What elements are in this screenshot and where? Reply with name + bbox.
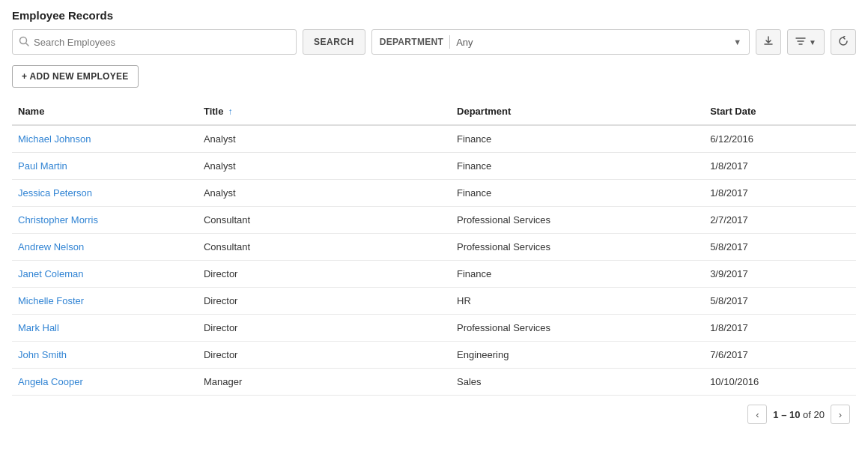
cell-department: Finance [451,180,704,207]
cell-start-date: 1/8/2017 [704,180,856,207]
search-input[interactable] [34,37,290,48]
cell-name: Angela Cooper [12,369,198,396]
table-row: Michelle FosterDirectorHR5/8/2017 [12,288,856,315]
cell-start-date: 6/12/2016 [704,125,856,153]
table-header-row: Name Title ↑ Department Start Date [12,98,856,125]
page-title: Employee Records [12,9,856,22]
title-header-label: Title [204,106,224,117]
cell-title: Director [198,261,451,288]
dept-separator [449,35,450,49]
cell-department: Finance [451,125,704,153]
cell-department: Finance [451,261,704,288]
cell-start-date: 7/6/2017 [704,342,856,369]
cell-start-date: 10/10/2016 [704,369,856,396]
table-row: Christopher MorrisConsultantProfessional… [12,207,856,234]
download-button[interactable] [756,29,781,55]
table-row: Janet ColemanDirectorFinance3/9/2017 [12,261,856,288]
col-header-title[interactable]: Title ↑ [198,98,451,125]
download-icon [763,36,774,49]
cell-name: Jessica Peterson [12,180,198,207]
employee-name-link[interactable]: Jessica Peterson [18,187,92,199]
department-label: DEPARTMENT [380,37,443,47]
cell-name: Andrew Nelson [12,234,198,261]
chevron-down-icon: ▼ [733,37,741,46]
pagination-info: 1 – 10 of 20 [773,409,825,420]
cell-start-date: 5/8/2017 [704,288,856,315]
cell-name: Paul Martin [12,153,198,180]
cell-department: Sales [451,369,704,396]
table-row: Jessica PetersonAnalystFinance1/8/2017 [12,180,856,207]
table-row: Andrew NelsonConsultantProfessional Serv… [12,234,856,261]
cell-name: Christopher Morris [12,207,198,234]
search-icon [19,36,29,49]
cell-department: Professional Services [451,207,704,234]
cell-start-date: 1/8/2017 [704,153,856,180]
cell-start-date: 3/9/2017 [704,261,856,288]
filter-icon [795,36,806,48]
cell-title: Manager [198,369,451,396]
employee-name-link[interactable]: Andrew Nelson [18,241,84,252]
cell-name: Mark Hall [12,315,198,342]
cell-title: Director [198,288,451,315]
col-header-name[interactable]: Name [12,98,198,125]
col-header-start-date[interactable]: Start Date [704,98,856,125]
filter-chevron-icon: ▼ [809,38,816,46]
filter-button[interactable]: ▼ [787,29,825,55]
employee-name-link[interactable]: Michelle Foster [18,295,84,306]
prev-page-button[interactable]: ‹ [747,405,767,424]
cell-department: Professional Services [451,234,704,261]
department-filter[interactable]: DEPARTMENT Any ▼ [371,29,750,55]
employee-name-link[interactable]: Angela Cooper [18,376,83,387]
search-wrapper [12,29,297,55]
col-header-department[interactable]: Department [451,98,704,125]
cell-title: Director [198,315,451,342]
table-row: John SmithDirectorEngineering7/6/2017 [12,342,856,369]
refresh-button[interactable] [831,29,856,55]
toolbar: SEARCH DEPARTMENT Any ▼ [12,29,856,55]
cell-department: HR [451,288,704,315]
cell-start-date: 5/8/2017 [704,234,856,261]
search-button[interactable]: SEARCH [303,29,365,55]
next-page-button[interactable]: › [831,405,850,424]
cell-title: Consultant [198,234,451,261]
add-employee-button[interactable]: + ADD NEW EMPLOYEE [12,65,139,88]
cell-department: Professional Services [451,315,704,342]
employee-name-link[interactable]: Janet Coleman [18,268,83,279]
cell-name: Michelle Foster [12,288,198,315]
employee-name-link[interactable]: Mark Hall [18,322,59,333]
table-row: Paul MartinAnalystFinance1/8/2017 [12,153,856,180]
cell-name: John Smith [12,342,198,369]
table-row: Mark HallDirectorProfessional Services1/… [12,315,856,342]
department-value: Any [456,37,727,48]
cell-title: Director [198,342,451,369]
table-row: Michael JohnsonAnalystFinance6/12/2016 [12,125,856,153]
cell-department: Finance [451,153,704,180]
cell-title: Analyst [198,153,451,180]
employee-name-link[interactable]: John Smith [18,349,67,360]
svg-line-1 [26,43,29,46]
cell-name: Michael Johnson [12,125,198,153]
employee-name-link[interactable]: Christopher Morris [18,214,98,226]
table-row: Angela CooperManagerSales10/10/2016 [12,369,856,396]
cell-title: Analyst [198,180,451,207]
employee-name-link[interactable]: Paul Martin [18,160,67,172]
employee-table: Name Title ↑ Department Start Date Micha… [12,98,856,396]
cell-title: Analyst [198,125,451,153]
refresh-icon [838,36,849,49]
sort-asc-icon: ↑ [228,106,232,117]
pagination: ‹ 1 – 10 of 20 › [12,396,856,427]
cell-start-date: 2/7/2017 [704,207,856,234]
cell-start-date: 1/8/2017 [704,315,856,342]
employee-name-link[interactable]: Michael Johnson [18,133,91,145]
cell-name: Janet Coleman [12,261,198,288]
cell-department: Engineering [451,342,704,369]
cell-title: Consultant [198,207,451,234]
